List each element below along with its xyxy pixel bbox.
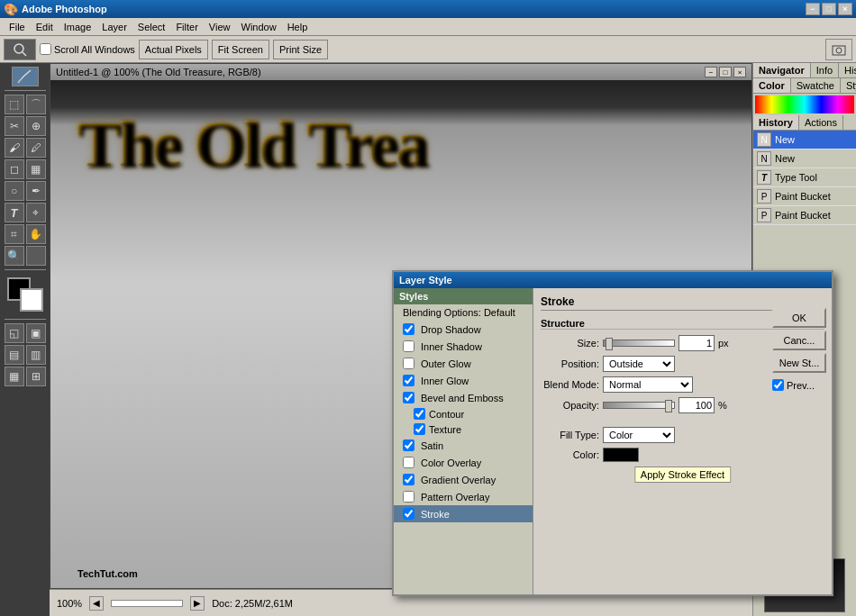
menu-file[interactable]: File bbox=[4, 20, 31, 34]
menu-view[interactable]: View bbox=[204, 20, 236, 34]
satin-checkbox[interactable] bbox=[403, 439, 414, 451]
blend-mode-select[interactable]: Normal Multiply Screen bbox=[603, 376, 693, 393]
screen-mode-3[interactable]: ▦ bbox=[5, 367, 24, 386]
screen-mode-1[interactable]: ▤ bbox=[5, 345, 24, 365]
tab-navigator[interactable]: Navigator bbox=[753, 63, 811, 77]
menu-window[interactable]: Window bbox=[236, 20, 282, 34]
hand-tool[interactable]: ✋ bbox=[26, 224, 46, 244]
tab-color[interactable]: Color bbox=[753, 78, 791, 93]
quick-mask-mode[interactable]: ◱ bbox=[5, 323, 24, 343]
style-satin[interactable]: Satin bbox=[394, 437, 533, 454]
pattern-overlay-checkbox[interactable] bbox=[403, 491, 414, 503]
opacity-input[interactable] bbox=[678, 397, 715, 413]
eraser-tool[interactable]: ◻ bbox=[5, 159, 24, 179]
gradient-tool[interactable]: ▦ bbox=[26, 159, 46, 179]
menu-image[interactable]: Image bbox=[59, 20, 97, 34]
drop-shadow-checkbox[interactable] bbox=[403, 323, 414, 335]
size-slider[interactable] bbox=[603, 340, 675, 347]
bevel-emboss-checkbox[interactable] bbox=[403, 392, 414, 403]
preview-checkbox-input[interactable] bbox=[772, 379, 784, 391]
scroll-all-windows-checkbox[interactable]: Scroll All Windows bbox=[40, 43, 135, 55]
canvas-restore-btn[interactable]: □ bbox=[719, 67, 732, 77]
minimize-button[interactable]: − bbox=[806, 3, 820, 15]
history-item-2[interactable]: T Type Tool bbox=[753, 168, 856, 187]
canvas-minimize-btn[interactable]: − bbox=[705, 67, 717, 77]
background-color[interactable] bbox=[20, 288, 43, 312]
history-item-4[interactable]: P Paint Bucket bbox=[753, 206, 856, 225]
history-item-0[interactable]: N New bbox=[753, 131, 856, 149]
tab-info[interactable]: Info bbox=[811, 63, 839, 77]
preview-checkbox[interactable]: Prev... bbox=[772, 379, 828, 391]
zoom-slider[interactable] bbox=[111, 600, 183, 607]
inner-shadow-checkbox[interactable] bbox=[403, 340, 414, 352]
pen-tool[interactable]: ✒ bbox=[26, 181, 46, 201]
style-blending-options[interactable]: Blending Options: Default bbox=[394, 304, 533, 321]
menu-edit[interactable]: Edit bbox=[31, 20, 59, 34]
fill-type-select[interactable]: Color Gradient Pattern bbox=[603, 427, 675, 443]
menu-layer[interactable]: Layer bbox=[96, 20, 132, 34]
style-stroke[interactable]: Stroke bbox=[394, 505, 533, 522]
brush-tool[interactable]: 🖌 bbox=[5, 138, 24, 158]
path-tool[interactable]: ⌖ bbox=[26, 203, 46, 222]
style-bevel-emboss[interactable]: Bevel and Emboss bbox=[394, 389, 533, 406]
zoom-out-button[interactable]: ◀ bbox=[89, 596, 104, 611]
tab-actions[interactable]: Actions bbox=[799, 115, 843, 130]
marquee-tool[interactable]: ⬚ bbox=[5, 95, 24, 114]
style-pattern-overlay[interactable]: Pattern Overlay bbox=[394, 488, 533, 505]
opacity-slider-thumb[interactable] bbox=[665, 400, 672, 412]
menu-select[interactable]: Select bbox=[132, 20, 171, 34]
eyedropper-tool[interactable]: ⌗ bbox=[5, 224, 24, 244]
style-inner-shadow[interactable]: Inner Shadow bbox=[394, 338, 533, 355]
opacity-slider[interactable] bbox=[603, 402, 675, 409]
screen-mode-2[interactable]: ▥ bbox=[26, 345, 46, 365]
scroll-all-checkbox-input[interactable] bbox=[40, 43, 51, 55]
outer-glow-checkbox[interactable] bbox=[403, 358, 414, 369]
stroke-checkbox[interactable] bbox=[403, 508, 414, 520]
color-swatch[interactable] bbox=[603, 448, 639, 462]
history-item-3[interactable]: P Paint Bucket bbox=[753, 187, 856, 206]
position-select[interactable]: Outside Inside Center bbox=[603, 356, 675, 372]
extra-tool[interactable]: ⊞ bbox=[26, 367, 46, 386]
style-inner-glow[interactable]: Inner Glow bbox=[394, 372, 533, 389]
stamp-tool[interactable]: 🖊 bbox=[26, 138, 46, 158]
color-overlay-checkbox[interactable] bbox=[403, 457, 414, 468]
standard-mode[interactable]: ▣ bbox=[26, 323, 46, 343]
fit-screen-button[interactable]: Fit Screen bbox=[212, 40, 269, 59]
color-picker[interactable] bbox=[7, 277, 43, 312]
zoom-tool[interactable]: 🔍 bbox=[5, 246, 24, 266]
style-contour[interactable]: Contour bbox=[394, 406, 533, 421]
print-size-button[interactable]: Print Size bbox=[273, 40, 328, 59]
new-style-button[interactable]: New St... bbox=[772, 353, 826, 373]
dodge-tool[interactable]: ○ bbox=[5, 181, 24, 201]
menu-filter[interactable]: Filter bbox=[170, 20, 203, 34]
texture-checkbox[interactable] bbox=[414, 423, 425, 435]
actual-pixels-button[interactable]: Actual Pixels bbox=[139, 40, 208, 59]
gradient-overlay-checkbox[interactable] bbox=[403, 474, 414, 485]
maximize-button[interactable]: □ bbox=[822, 3, 836, 15]
type-tool[interactable]: T bbox=[5, 203, 24, 222]
style-outer-glow[interactable]: Outer Glow bbox=[394, 355, 533, 372]
tab-histogram[interactable]: Histog... bbox=[839, 63, 856, 77]
tab-swatches[interactable]: Swatche bbox=[791, 78, 841, 93]
heal-tool[interactable]: ⊕ bbox=[26, 116, 46, 136]
lasso-tool[interactable]: ⌒ bbox=[26, 95, 46, 114]
tab-styles[interactable]: Style... bbox=[841, 78, 856, 93]
size-input[interactable] bbox=[678, 335, 715, 351]
inner-glow-checkbox[interactable] bbox=[403, 375, 414, 386]
zoom-in-button[interactable]: ▶ bbox=[190, 596, 205, 611]
canvas-close-btn[interactable]: × bbox=[733, 67, 746, 77]
cancel-button[interactable]: Canc... bbox=[772, 331, 826, 350]
tab-history[interactable]: History bbox=[753, 115, 799, 130]
style-color-overlay[interactable]: Color Overlay bbox=[394, 454, 533, 471]
color-spectrum[interactable] bbox=[755, 95, 854, 113]
style-texture[interactable]: Texture bbox=[394, 421, 533, 437]
ok-button[interactable]: OK bbox=[772, 308, 826, 328]
style-gradient-overlay[interactable]: Gradient Overlay bbox=[394, 471, 533, 488]
contour-checkbox[interactable] bbox=[414, 408, 425, 420]
close-button[interactable]: × bbox=[838, 3, 852, 15]
style-drop-shadow[interactable]: Drop Shadow bbox=[394, 321, 533, 338]
history-item-1[interactable]: N New bbox=[753, 149, 856, 168]
crop-tool[interactable]: ✂ bbox=[5, 116, 24, 136]
size-slider-thumb[interactable] bbox=[606, 338, 613, 350]
menu-help[interactable]: Help bbox=[282, 20, 314, 34]
